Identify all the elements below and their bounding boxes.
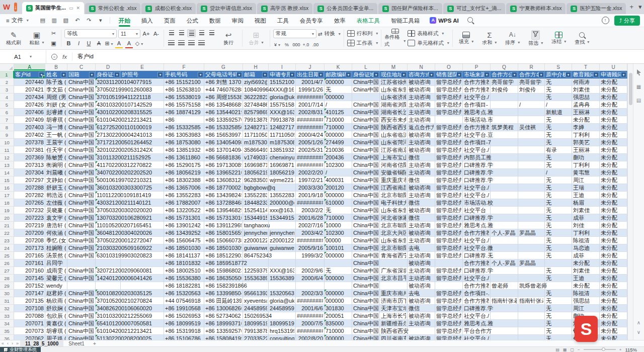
cell[interactable]: 北京市朝阳 [380,244,408,252]
cell[interactable]: 新航道 [545,109,572,116]
cell[interactable]: China中国 [352,244,380,252]
zoom-level[interactable]: 115% [625,347,637,352]
cell[interactable]: 合作项目-. [463,290,491,297]
cell[interactable]: 口碑推荐.学 [463,161,491,169]
filter-icon[interactable]: ▾ [484,72,490,77]
cell[interactable]: 271302200004241013 [96,131,121,139]
cell[interactable]: 北京市朝阳 [380,222,408,229]
cell[interactable]: 口碑推荐.学 [463,214,491,222]
column-header-R[interactable]: R [518,64,545,70]
cell[interactable]: / [545,169,572,177]
cell[interactable]: China中国 [67,161,96,169]
cell[interactable]: 无 [545,229,572,237]
cell[interactable]: 北京市昌平 [380,275,408,282]
cell[interactable]: 未分配 [600,335,627,340]
cell[interactable]: ######### [296,154,325,161]
document-tab[interactable]: S英国留学生...▭✕ [22,2,84,14]
cell[interactable]: 207161 [14,259,45,267]
cell[interactable]: 360103200303300725 [96,184,121,192]
cell[interactable]: 370105200210270824 [96,297,121,305]
row-header-23[interactable]: 23 [0,237,14,244]
cell[interactable]: 留学总经办 [435,222,463,229]
row-header-1[interactable]: 1 [0,71,14,78]
cell[interactable]: 207402 [14,131,45,139]
cell[interactable] [518,267,545,275]
panel-shape-icon[interactable]: ▤ [636,98,641,103]
app-taskbar-button[interactable]: 业财管理系统 [0,347,41,352]
tab-list-dropdown-icon[interactable]: ▾ [636,0,644,14]
cell[interactable]: 留学总经办 [435,146,463,154]
menu-item-智能工具箱[interactable]: 智能工具箱 [385,14,426,27]
row-header-16[interactable]: 16 [0,184,14,192]
cell[interactable]: 152541145 [243,207,269,214]
document-tab[interactable]: S成都公积金.xlsx [141,3,196,14]
cell[interactable]: 刘素佳 [572,267,600,275]
cell[interactable]: 未分配 [600,267,627,275]
cell[interactable]: China中国 [67,252,96,259]
page-break-view-icon[interactable]: ▢ [571,347,575,352]
cell[interactable]: 370502200012272047 [96,237,121,244]
cell[interactable]: 陈祖清 [572,290,600,297]
cell[interactable]: China中国 [352,267,380,275]
filter-icon[interactable]: ▾ [373,72,379,77]
cell[interactable]: 207421 [14,86,45,94]
row-header-17[interactable]: 17 [0,192,14,199]
cell[interactable]: China中国 [352,312,380,320]
cell[interactable]: 丁利利 [572,161,600,169]
cell[interactable]: 207135 [14,297,45,305]
cell[interactable]: 207071 [14,320,45,327]
cell[interactable]: 李文茹 (女 [45,86,67,94]
filter-icon[interactable]: ▾ [236,72,242,77]
cell[interactable]: 2005/1/26 [296,139,325,146]
cell[interactable]: 835000 [325,320,352,327]
cell[interactable]: +86 52734062 [204,312,243,320]
row-header-6[interactable]: 6 [0,109,14,116]
cell[interactable]: China中国 [67,229,96,237]
cell[interactable]: China中国 [352,86,380,94]
cell[interactable]: 吴佳祺 [518,124,545,131]
cell[interactable]: 327484864 [243,101,269,109]
cell[interactable]: 山东省临沂 [380,131,408,139]
cell[interactable]: +86 1598680231 [204,267,243,275]
wps-ai-button[interactable]: A WPS AI [425,17,463,24]
cell[interactable]: 207409 [14,116,45,124]
cell[interactable]: 150269534 [243,312,269,320]
cell[interactable] [96,282,121,290]
cell[interactable]: 710000 [325,124,352,131]
cell[interactable]: 合作方推荐 [463,124,491,131]
cell[interactable]: 口碑推荐.无 [463,252,491,259]
cell[interactable]: 000000 [325,131,352,139]
cell[interactable]: 2000/4/24 [296,131,325,139]
cell[interactable]: 被动咨询 [408,312,435,320]
cell[interactable]: 610000 [325,199,352,207]
cell[interactable]: 2002/9/6 [296,267,325,275]
cell[interactable]: China中国 [352,161,380,169]
cell[interactable]: +86 1395468251 [204,207,243,214]
row-header-21[interactable]: 21 [0,222,14,229]
cell[interactable]: 四川省南充 [380,335,408,340]
row-header-28[interactable]: 28 [0,275,14,282]
cell[interactable] [518,146,545,154]
cell[interactable] [325,259,352,267]
cell[interactable]: 207219 [14,222,45,229]
row-header-31[interactable]: 31 [0,297,14,305]
cell[interactable]: 18448233 [243,199,269,207]
row-header-36[interactable]: 36 [0,335,14,340]
cell[interactable]: 370502199901260083 [96,86,121,94]
cell[interactable]: 000000 [325,297,352,305]
cell[interactable]: 无 [545,305,572,312]
cell[interactable]: +86 [164,116,204,124]
cell[interactable] [518,275,545,282]
cell[interactable]: 155751588 [269,101,296,109]
cell[interactable]: 济南市历下 [380,297,408,305]
cell[interactable]: 无 [545,214,572,222]
bold-button[interactable]: B [64,39,73,47]
header-cell-T[interactable]: 教育顾问▾ [572,71,600,78]
cell[interactable]: 李婵 [572,124,600,131]
cell[interactable]: 未分配 [600,214,627,222]
cell[interactable]: 韩浩远 (男 [45,192,67,199]
cell[interactable]: China中国 [352,184,380,192]
cell[interactable]: 电子科技大 [380,199,408,207]
cell[interactable]: 陈子逸 (男 [45,78,67,86]
panel-down-icon[interactable]: ∨ [637,329,640,335]
